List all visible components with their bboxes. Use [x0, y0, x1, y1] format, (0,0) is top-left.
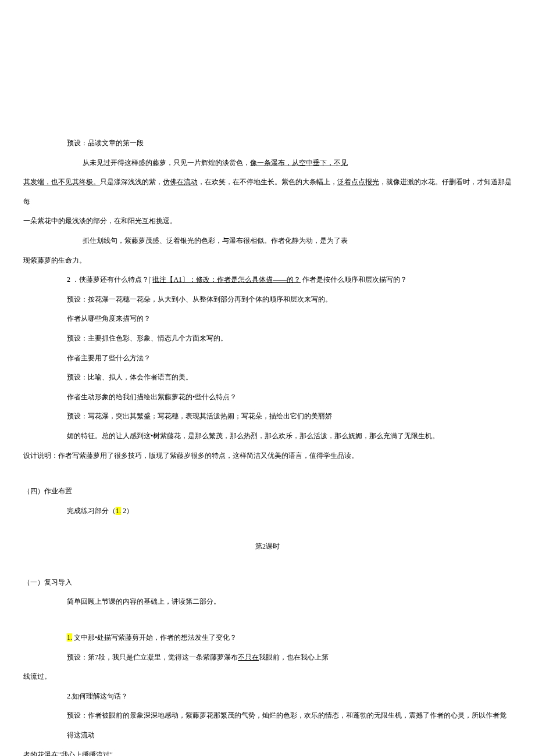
text-span: 我眼前，也在我心上第: [259, 653, 329, 661]
text-line: 一朵紫花中的最浅淡的部分，在和阳光互相挑逗。: [23, 212, 512, 231]
blank-line: [23, 465, 512, 482]
text-line: 2.如何理解这句话？: [23, 687, 512, 707]
text-line: 线流过。: [23, 667, 512, 687]
blank-line: [23, 612, 512, 628]
text-line: 抓住划线句，紫藤萝茂盛、泛着银光的色彩，与瀑布很相似。作者化静为动，是为了表: [23, 231, 512, 251]
text-line: 预设：写花瀑，突出其繁盛；写花穗，表现其活泼热闹；写花朵，描绘出它们的美丽娇: [23, 407, 512, 427]
text-span: 预设：第7段，我只是伫立凝里，觉得这一条紫藤萝瀑布: [67, 653, 238, 661]
text-line: 设计说明：作者写紫藤萝用了很多技巧，版现了紫藤岁很多的特点，这样简洁又优美的语言…: [23, 446, 512, 466]
text-line: 者的花瀑在"我心上缓缓流过"。: [23, 746, 512, 756]
blank-line: [23, 557, 512, 573]
underlined-text: 不只在: [238, 653, 259, 661]
text-line: 1. 文中那•处描写紫藤剪开始，作者的想法发生了变化？: [23, 628, 512, 648]
text-span: ，在欢笑，在不停地生长。紫色的大条幅上，: [198, 178, 337, 186]
text-span: 文中那•处描写紫藤剪开始，作者的想法发生了变化？: [72, 633, 237, 642]
lesson-heading: 第2课时: [23, 537, 512, 557]
text-line: 预设：第7段，我只是伫立凝里，觉得这一条紫藤萝瀑布不只在我眼前，也在我心上第: [23, 648, 512, 668]
highlighted-text: 1.: [116, 507, 121, 515]
text-line: 预设：品读文章的第一段: [23, 134, 512, 153]
text-line: 预设：作者被眼前的景象深深地感动，紫藤萝花那繁茂的气势，灿烂的色彩，欢乐的情态，…: [23, 706, 512, 745]
text-line: 预设：比喻、拟人，体会作者语言的美。: [23, 368, 512, 388]
text-line: 现紫藤萝的生命力。: [23, 251, 512, 271]
annotation-comment: 批注【A1〕：修改：作者是怎么具体描——的？: [152, 275, 301, 284]
blank-line: [23, 521, 512, 537]
text-span: 2）: [121, 507, 133, 515]
text-span: 完成练习部分（: [67, 507, 116, 515]
text-span: 2 ．侠藤萝还有什么特点？|¨: [67, 275, 152, 284]
text-line: 预设：主要抓住色彩、形象、情态几个方面来写的。: [23, 329, 512, 349]
text-span: 只是漾深浅浅的紫，: [100, 178, 163, 186]
text-line: 其发端，也不见其终极。只是漾深浅浅的紫，仿佛在流动，在欢笑，在不停地生长。紫色的…: [23, 173, 512, 212]
text-line: 2 ．侠藤萝还有什么特点？|¨批注【A1〕：修改：作者是怎么具体描——的？ 作者…: [23, 270, 512, 290]
section-heading: （一）复习导入: [23, 573, 512, 593]
underlined-text: 其发端，也不见其终极。: [23, 178, 100, 186]
text-line: 从未见过开得这样盛的藤萝，只见一片辉煌的淡货色，像一条瀑布，从空中垂下，不见: [23, 153, 512, 173]
text-line: 媚的特征。总的让人感到这•树紫藤花，是那么繁茂，那么热烈，那么欢乐，那么活泼，那…: [23, 427, 512, 446]
text-line: 作者从哪些角度来描写的？: [23, 309, 512, 329]
text-line: 预设：按花瀑一花穗一花朵，从大到小、从整体到部分再到个体的顺序和层次来写的。: [23, 290, 512, 310]
text-line: 完成练习部分（1. 2）: [23, 501, 512, 521]
text-span: 从未见过开得这样盛的藤萝，只见一片辉煌的淡货色，: [83, 159, 250, 167]
underlined-text: 像一条瀑布，从空中垂下，不见: [250, 159, 348, 167]
highlighted-text: 1.: [67, 633, 72, 642]
underlined-text: 仿佛在流动: [163, 178, 198, 186]
text-line: 作者主要用了些什么方法？: [23, 349, 512, 368]
section-heading: （四）作业布置: [23, 482, 512, 501]
underlined-text: 泛着点点报光: [337, 178, 379, 186]
text-line: 作者生动形象的给我们描绘出紫藤萝花的•些什么特点？: [23, 388, 512, 407]
text-span: 作者是按什么顺序和层次描写的？: [301, 275, 407, 284]
text-line: 简单回顾上节课的内容的基础上，讲读第二部分。: [23, 592, 512, 612]
